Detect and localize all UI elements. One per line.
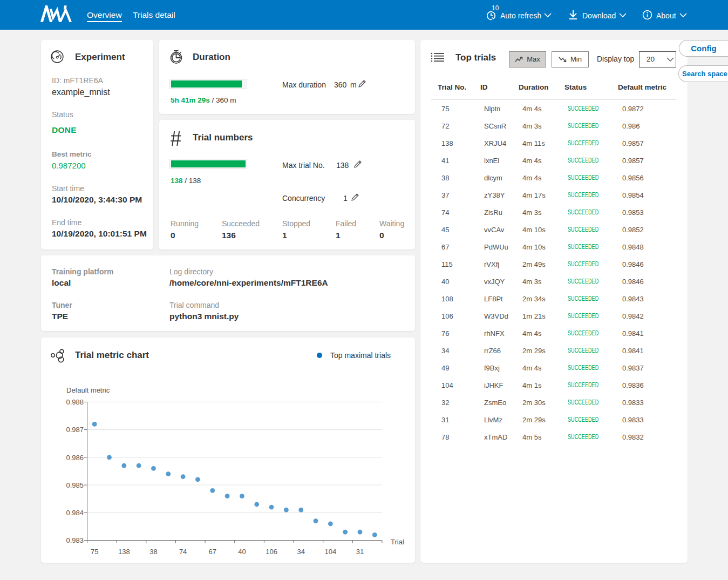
svg-text:0.984: 0.984 bbox=[66, 509, 84, 517]
svg-text:0.985: 0.985 bbox=[66, 481, 84, 489]
svg-text:106: 106 bbox=[266, 548, 277, 556]
svg-text:0.987: 0.987 bbox=[66, 426, 84, 434]
svg-text:74: 74 bbox=[179, 548, 187, 556]
svg-text:0.986: 0.986 bbox=[66, 454, 84, 462]
svg-text:Trial: Trial bbox=[391, 538, 404, 546]
svg-text:75: 75 bbox=[91, 548, 98, 556]
svg-text:Default metric: Default metric bbox=[66, 386, 110, 394]
svg-text:40: 40 bbox=[238, 548, 246, 556]
svg-text:38: 38 bbox=[149, 548, 157, 556]
svg-text:67: 67 bbox=[209, 548, 216, 556]
svg-text:138: 138 bbox=[118, 548, 130, 556]
svg-text:34: 34 bbox=[297, 548, 304, 556]
svg-text:104: 104 bbox=[325, 548, 337, 556]
svg-text:0.983: 0.983 bbox=[66, 536, 84, 544]
svg-text:31: 31 bbox=[356, 548, 364, 556]
svg-text:0.988: 0.988 bbox=[66, 398, 84, 406]
